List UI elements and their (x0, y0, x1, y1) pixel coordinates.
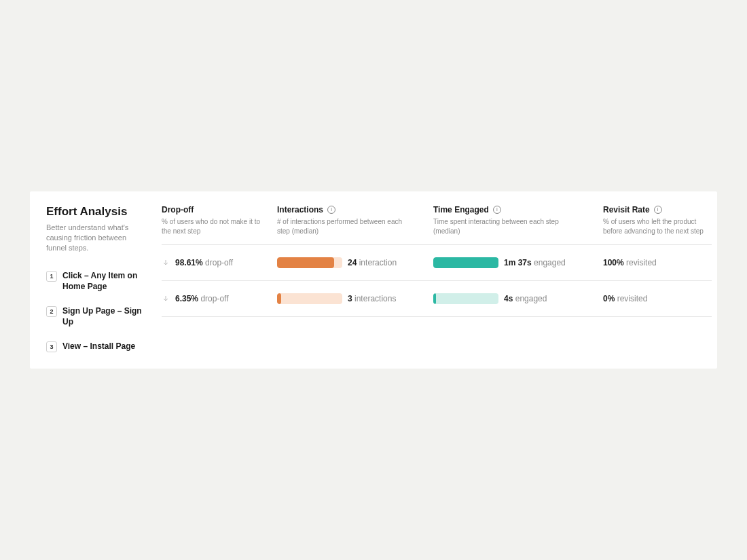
dropoff-suffix: drop-off (205, 258, 233, 267)
info-icon[interactable]: i (654, 206, 662, 214)
interactions-cell: 24 interaction (277, 245, 426, 280)
row-divider (162, 316, 712, 317)
step-label: Sign Up Page – Sign Up (62, 305, 148, 327)
interactions-suffix: interaction (359, 258, 397, 267)
time-suffix: engaged (515, 294, 547, 303)
column-title: Interactions (277, 205, 323, 214)
time-suffix: engaged (534, 258, 566, 267)
time-engaged-cell: 4s engaged (433, 281, 596, 316)
time-bar (433, 293, 498, 304)
arrow-down-icon (162, 259, 170, 267)
column-description: % of users who left the product before a… (603, 217, 712, 236)
step-number-badge: 3 (46, 341, 57, 352)
time-value: 4s (504, 294, 513, 303)
dropoff-suffix: drop-off (200, 294, 228, 303)
interactions-bar (277, 257, 342, 268)
step-label: View – Install Page (62, 341, 135, 352)
column-description: Time spent interacting between each step… (433, 217, 569, 236)
panel-subtitle: Better understand what's causing frictio… (46, 223, 148, 254)
step-number-badge: 1 (46, 271, 57, 282)
funnel-step[interactable]: 1 Click – Any Item on Home Page (46, 270, 148, 292)
interactions-value: 3 (348, 294, 352, 303)
funnel-step[interactable]: 2 Sign Up Page – Sign Up (46, 305, 148, 327)
revisit-cell: 100% revisited (603, 245, 712, 280)
arrow-down-icon (162, 295, 170, 303)
interactions-bar-fill (277, 257, 334, 268)
time-bar-fill (433, 293, 436, 304)
revisit-cell: 0% revisited (603, 281, 712, 316)
column-description: # of interactions performed between each… (277, 217, 413, 236)
column-header-revisit: Revisit Rate i % of users who left the p… (603, 205, 712, 244)
info-icon[interactable]: i (493, 206, 501, 214)
interactions-bar-fill (277, 293, 281, 304)
funnel-step[interactable]: 3 View – Install Page (46, 341, 148, 352)
interactions-value: 24 (348, 258, 357, 267)
revisit-suffix: revisited (626, 258, 657, 267)
column-title: Revisit Rate (603, 205, 650, 214)
dropoff-cell: 6.35% drop-off (162, 281, 270, 316)
funnel-steps-list: 1 Click – Any Item on Home Page 2 Sign U… (46, 270, 148, 353)
interactions-cell: 3 interactions (277, 281, 426, 316)
panel-title: Effort Analysis (46, 205, 148, 219)
time-engaged-cell: 1m 37s engaged (433, 245, 596, 280)
revisit-value: 100% (603, 258, 624, 267)
dropoff-value: 98.61% (175, 258, 203, 267)
dropoff-cell: 98.61% drop-off (162, 245, 270, 280)
time-bar (433, 257, 498, 268)
column-header-time: Time Engaged i Time spent interacting be… (433, 205, 596, 244)
effort-analysis-card: Effort Analysis Better understand what's… (30, 191, 717, 369)
column-title: Drop-off (162, 205, 194, 214)
dropoff-value: 6.35% (175, 294, 198, 303)
time-value: 1m 37s (504, 258, 532, 267)
column-title: Time Engaged (433, 205, 489, 214)
time-bar-fill (433, 257, 498, 268)
step-label: Click – Any Item on Home Page (62, 270, 148, 292)
info-icon[interactable]: i (327, 206, 335, 214)
metrics-grid: Drop-off % of users who do not make it t… (162, 205, 712, 353)
column-header-interactions: Interactions i # of interactions perform… (277, 205, 426, 244)
step-number-badge: 2 (46, 306, 57, 317)
revisit-suffix: revisited (617, 294, 648, 303)
revisit-value: 0% (603, 294, 615, 303)
left-column: Effort Analysis Better understand what's… (46, 205, 148, 353)
column-description: % of users who do not make it to the nex… (162, 217, 270, 236)
interactions-suffix: interactions (354, 294, 396, 303)
interactions-bar (277, 293, 342, 304)
column-header-dropoff: Drop-off % of users who do not make it t… (162, 205, 270, 244)
